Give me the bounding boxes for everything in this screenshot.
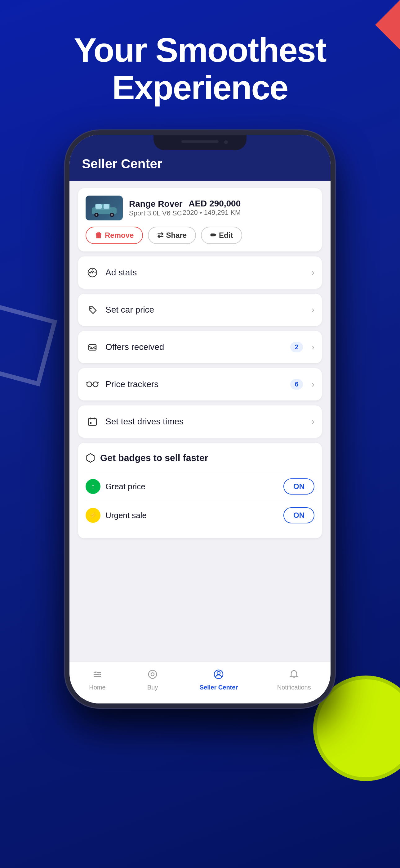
hero-line1: Your Smoothest: [25, 31, 375, 69]
notch-bar: [181, 140, 219, 143]
volume-up-button: [65, 222, 68, 250]
home-icon: [90, 666, 105, 682]
svg-point-13: [90, 308, 92, 309]
bottom-nav: Home Buy: [69, 661, 331, 704]
svg-point-16: [87, 382, 92, 387]
deco-left: [0, 303, 57, 386]
price-trackers-label: Price trackers: [105, 379, 284, 389]
trash-icon: 🗑: [95, 231, 102, 240]
great-price-row: ↑ Great price ON: [86, 472, 314, 501]
set-car-price-item[interactable]: Set car price ›: [86, 294, 314, 326]
car-model: Sport 3.0L V6 SC: [129, 209, 182, 217]
svg-rect-7: [104, 204, 109, 209]
car-image: [86, 195, 123, 220]
great-price-toggle[interactable]: ON: [284, 478, 314, 495]
set-car-price-card: Set car price ›: [78, 294, 322, 326]
chevron-right-icon-5: ›: [312, 416, 314, 427]
svg-point-29: [95, 672, 97, 673]
test-drives-label: Set test drives times: [105, 416, 303, 427]
offers-badge: 2: [290, 342, 303, 352]
svg-point-9: [92, 272, 93, 274]
ad-stats-label: Ad stats: [105, 268, 303, 278]
camera-dot: [224, 140, 228, 144]
svg-point-34: [217, 672, 220, 675]
nav-label-buy: Buy: [147, 684, 158, 691]
svg-point-3: [96, 214, 97, 216]
share-icon: ⇄: [157, 231, 163, 240]
svg-line-20: [98, 382, 99, 383]
set-car-price-label: Set car price: [105, 305, 303, 315]
car-actions: 🗑 Remove ⇄ Share ✏ Edit: [86, 227, 314, 244]
remove-button[interactable]: 🗑 Remove: [86, 227, 143, 244]
calendar-icon: [86, 415, 99, 428]
nav-label-seller-center: Seller Center: [200, 684, 238, 691]
price-trackers-item[interactable]: Price trackers 6 ›: [86, 368, 314, 400]
share-label: Share: [166, 231, 187, 240]
hero-line2: Experience: [25, 69, 375, 106]
badges-title: Get badges to sell faster: [100, 453, 208, 463]
urgent-sale-icon: ⚡: [86, 508, 100, 523]
phone-screen: Seller Center: [69, 135, 331, 704]
urgent-sale-label: Urgent sale: [105, 511, 147, 520]
svg-point-31: [148, 670, 157, 678]
edit-label: Edit: [219, 231, 233, 240]
great-price-label: Great price: [105, 482, 145, 491]
app-header-title: Seller Center: [82, 156, 318, 172]
chevron-right-icon-3: ›: [312, 342, 314, 352]
test-drives-card: Set test drives times ›: [78, 405, 322, 438]
badges-header: ⬡ Get badges to sell faster: [86, 452, 314, 464]
chevron-right-icon-4: ›: [312, 379, 314, 389]
ad-stats-card: Ad stats ›: [78, 256, 322, 289]
notch: [154, 135, 246, 150]
glasses-icon: [86, 377, 99, 391]
remove-label: Remove: [105, 231, 134, 240]
offers-received-label: Offers received: [105, 342, 284, 352]
ad-stats-item[interactable]: Ad stats ›: [86, 256, 314, 289]
offers-received-item[interactable]: Offers received 2 ›: [86, 331, 314, 363]
svg-point-30: [98, 674, 100, 676]
nav-item-seller-center[interactable]: Seller Center: [194, 666, 244, 691]
svg-rect-6: [96, 204, 102, 209]
notifications-icon: [286, 666, 302, 682]
seller-center-icon: [211, 666, 226, 682]
car-name: Range Rover: [129, 199, 182, 209]
car-card-top: Range Rover Sport 3.0L V6 SC AED 290,000…: [86, 195, 314, 220]
badges-card: ⬡ Get badges to sell faster ↑ Great pric…: [78, 443, 322, 538]
buy-icon: [145, 666, 160, 682]
phone-container: Seller Center: [65, 130, 335, 708]
nav-item-notifications[interactable]: Notifications: [271, 666, 317, 691]
chevron-right-icon: ›: [312, 268, 314, 278]
tag-icon: [86, 303, 99, 317]
chevron-right-icon-2: ›: [312, 305, 314, 315]
share-button[interactable]: ⇄ Share: [148, 227, 196, 244]
svg-rect-21: [88, 418, 96, 425]
speedometer-icon: [86, 266, 99, 279]
nav-item-buy[interactable]: Buy: [139, 666, 167, 691]
offers-icon: [86, 340, 99, 354]
hero-text: Your Smoothest Experience: [0, 31, 400, 106]
car-price: AED 290,000: [182, 199, 241, 209]
svg-rect-25: [90, 422, 92, 424]
edit-button[interactable]: ✏ Edit: [201, 227, 242, 244]
badge-row-left: ↑ Great price: [86, 479, 145, 494]
test-drives-item[interactable]: Set test drives times ›: [86, 405, 314, 438]
phone-frame: Seller Center: [65, 130, 335, 708]
nav-label-notifications: Notifications: [277, 684, 311, 691]
badge-icon: ⬡: [86, 452, 95, 464]
nav-item-home[interactable]: Home: [83, 666, 112, 691]
urgent-sale-row: ⚡ Urgent sale ON: [86, 501, 314, 530]
nav-label-home: Home: [89, 684, 105, 691]
edit-icon: ✏: [210, 231, 216, 240]
svg-point-32: [151, 673, 154, 676]
power-button: [332, 240, 335, 284]
car-meta: 2020 • 149,291 KM: [182, 209, 241, 217]
price-trackers-card: Price trackers 6 ›: [78, 368, 322, 400]
screen-content: Range Rover Sport 3.0L V6 SC AED 290,000…: [69, 181, 331, 661]
svg-rect-28: [94, 676, 101, 677]
great-price-icon: ↑: [86, 479, 100, 494]
price-trackers-badge: 6: [290, 379, 303, 390]
svg-point-5: [111, 214, 113, 216]
urgent-sale-toggle[interactable]: ON: [284, 507, 314, 523]
svg-point-17: [93, 382, 98, 387]
car-listing-card: Range Rover Sport 3.0L V6 SC AED 290,000…: [78, 188, 322, 251]
